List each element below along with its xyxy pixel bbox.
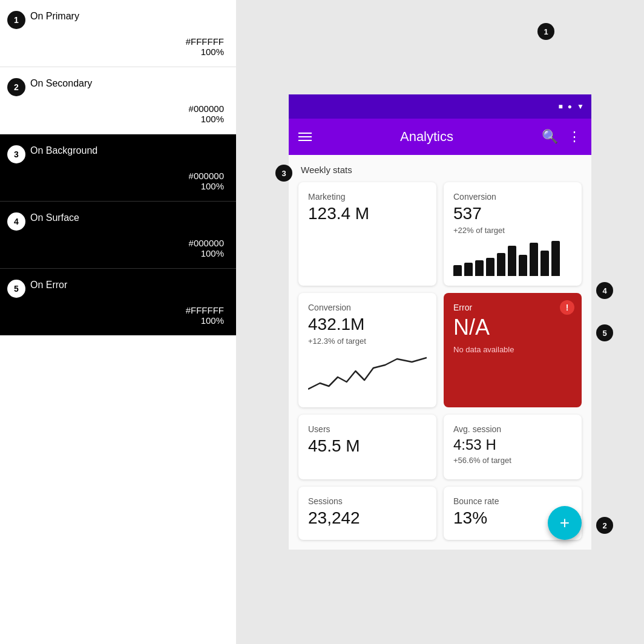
on-surface-hex: #000000 [189, 238, 224, 248]
on-background-hex: #000000 [189, 171, 224, 181]
on-error-pct: 100% [201, 315, 224, 326]
bar-9 [540, 251, 549, 276]
card-conversion-line: Conversion 432.1M +12.3% of target [298, 293, 436, 407]
card-marketing-value: 123.4 M [308, 204, 427, 223]
card-avg-session: Avg. session 4:53 H +56.6% of target [444, 415, 582, 479]
annotation-5: 5 [596, 324, 613, 341]
on-secondary-label: On Secondary [30, 78, 224, 89]
on-secondary-pct: 100% [201, 114, 224, 124]
card-conversion-line-sub: +12.3% of target [308, 337, 427, 346]
cards-grid: Marketing 123.4 M Conversion 537 +22% of… [298, 182, 582, 540]
on-surface-pct: 100% [201, 248, 224, 258]
card-conversion-top: Conversion 537 +22% of target [444, 182, 582, 286]
status-icon-triangle: ▼ [577, 102, 584, 111]
error-badge: ! [560, 300, 574, 315]
card-avg-session-value: 4:53 H [453, 436, 572, 453]
card-users-label: Users [308, 424, 427, 434]
bar-chart [453, 240, 572, 276]
annotation-4: 4 [596, 282, 613, 299]
annotation-1: 1 [537, 23, 554, 40]
hamburger-line [298, 140, 312, 141]
card-marketing-label: Marketing [308, 192, 427, 202]
card-avg-session-label: Avg. session [453, 424, 572, 434]
card-bounce-rate-label: Bounce rate [453, 496, 572, 506]
hamburger-line [298, 136, 312, 137]
card-error-label: Error [453, 303, 572, 312]
line-chart-svg [308, 353, 427, 395]
card-users: Users 45.5 M [298, 415, 436, 479]
bar-3 [475, 260, 484, 276]
on-secondary-hex: #000000 [189, 104, 224, 114]
section-on-primary: 1 On Primary #FFFFFF 100% [0, 0, 236, 67]
card-conversion-label: Conversion [453, 192, 572, 202]
search-icon[interactable]: 🔍 [542, 129, 558, 145]
bar-5 [497, 253, 505, 276]
hamburger-line [298, 133, 312, 134]
card-sessions: Sessions 23,242 [298, 487, 436, 540]
card-sessions-value: 23,242 [308, 508, 427, 528]
bar-8 [530, 243, 538, 276]
on-primary-label: On Primary [30, 11, 224, 22]
section-on-error: 5 On Error #FFFFFF 100% [0, 269, 236, 335]
phone-mockup: ■ ● ▼ Analytics 🔍 ⋮ Weekly stats Marketi… [289, 94, 591, 550]
annotation-2: 2 [596, 517, 613, 534]
card-conversion-sub: +22% of target [453, 226, 572, 235]
card-conversion-line-label: Conversion [308, 303, 427, 312]
section-on-surface: 4 On Surface #000000 100% [0, 202, 236, 269]
on-surface-label: On Surface [30, 212, 224, 223]
card-sessions-label: Sessions [308, 496, 427, 506]
section-on-secondary: 2 On Secondary #000000 100% [0, 67, 236, 134]
badge-5: 5 [7, 280, 25, 298]
status-icon-square: ■ [559, 102, 563, 111]
section-on-background: 3 On Background #000000 100% [0, 134, 236, 202]
badge-1: 1 [7, 11, 25, 29]
card-error-sub: No data available [453, 345, 572, 354]
left-panel: 1 On Primary #FFFFFF 100% 2 On Secondary… [0, 0, 236, 644]
card-error: Error ! N/A No data available [444, 293, 582, 407]
content-area: Weekly stats Marketing 123.4 M Conversio… [289, 155, 591, 550]
status-icon-circle: ● [568, 102, 572, 111]
card-error-value: N/A [453, 315, 572, 340]
app-bar: Analytics 🔍 ⋮ [289, 119, 591, 155]
status-bar: ■ ● ▼ [289, 94, 591, 119]
badge-4: 4 [7, 212, 25, 231]
more-vert-icon[interactable]: ⋮ [568, 129, 582, 145]
fab-button[interactable]: + [548, 506, 582, 540]
on-error-hex: #FFFFFF [186, 305, 224, 315]
bar-4 [486, 258, 494, 276]
bar-10 [551, 241, 560, 276]
card-avg-session-sub: +56.6% of target [453, 456, 572, 465]
card-conversion-value: 537 [453, 204, 572, 223]
card-marketing: Marketing 123.4 M [298, 182, 436, 286]
app-title: Analytics [321, 129, 532, 145]
badge-2: 2 [7, 78, 25, 96]
annotation-3: 3 [275, 165, 292, 182]
hamburger-icon[interactable] [298, 133, 312, 141]
on-background-label: On Background [30, 145, 224, 156]
badge-3: 3 [7, 145, 25, 163]
bar-2 [464, 263, 473, 276]
bar-1 [453, 265, 462, 276]
on-error-label: On Error [30, 280, 224, 291]
on-primary-pct: 100% [201, 47, 224, 57]
card-conversion-line-value: 432.1M [308, 315, 427, 334]
card-users-value: 45.5 M [308, 436, 427, 456]
on-primary-hex: #FFFFFF [186, 36, 224, 47]
bar-6 [508, 246, 516, 276]
bar-7 [519, 255, 527, 276]
weekly-stats-label: Weekly stats [298, 165, 582, 175]
right-panel: 1 ■ ● ▼ Analytics 🔍 ⋮ Weekly stats [236, 0, 644, 644]
on-background-pct: 100% [201, 181, 224, 191]
